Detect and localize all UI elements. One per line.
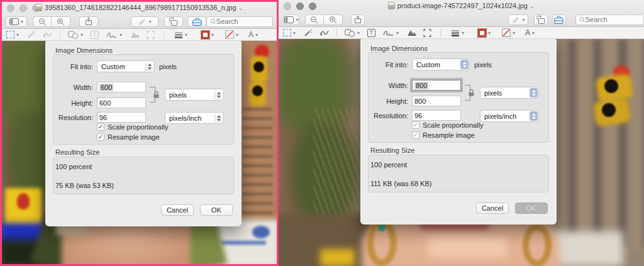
search-input[interactable] (216, 18, 269, 25)
cancel-button[interactable]: Cancel (476, 202, 509, 214)
toolbar-divider (336, 29, 337, 37)
markup-toolbar: ▾ ▾ T ▾ (2, 29, 277, 41)
fit-into-label: Fit into: (369, 61, 408, 69)
search-icon (210, 18, 216, 25)
markup-pen-button[interactable]: ▾ (508, 14, 528, 25)
text-style-button[interactable]: A ▾ (525, 28, 535, 38)
text-style-icon: A (248, 30, 253, 39)
search-field[interactable] (575, 14, 644, 25)
cancel-button[interactable]: Cancel (161, 204, 194, 216)
rotate-button[interactable] (534, 14, 548, 25)
lock-icon[interactable] (153, 91, 160, 99)
size-unit-select[interactable]: pixels (165, 89, 224, 101)
text-style-button[interactable]: A ▾ (248, 30, 258, 40)
selection-tool-button[interactable]: ▾ (283, 28, 296, 38)
sketch-icon (319, 29, 329, 36)
scale-proportionally-checkbox[interactable]: ✓ Scale proportionally (412, 121, 484, 129)
resulting-file-size: 75 KB (was 53 KB) (55, 182, 114, 189)
width-input[interactable]: 800 (412, 80, 461, 91)
stepper-icon (530, 111, 538, 121)
shapes-button[interactable]: ▾ (345, 28, 360, 38)
title-chevron-icon[interactable]: ⌄ (530, 3, 535, 9)
resolution-unit-select[interactable]: pixels/inch (480, 110, 539, 122)
adjust-size-dialog: Image Dimensions Fit into: Custom pixels… (45, 41, 242, 226)
stepper-icon (145, 62, 153, 71)
width-label: Width: (54, 84, 93, 91)
search-field[interactable] (206, 16, 273, 27)
height-input[interactable]: 800 (412, 96, 461, 106)
magic-wand-icon (304, 29, 313, 37)
resample-image-checkbox[interactable]: ✓ Resample image (412, 131, 475, 139)
share-button[interactable] (79, 16, 98, 27)
chevron-down-icon: ▾ (532, 30, 535, 36)
adjust-size-button[interactable] (147, 30, 155, 40)
chevron-down-icon: ▾ (255, 32, 258, 38)
photo-canvas-left: Image Dimensions Fit into: Custom pixels… (2, 41, 277, 264)
instant-alpha-button[interactable] (304, 28, 313, 38)
markup-pen-button[interactable]: ▾ (131, 16, 158, 27)
titlebar[interactable]: 39581360_1746182822146444_89679891711509… (2, 2, 277, 14)
markup-toolbar: ▾ ▾ T ▾ (279, 27, 644, 39)
shape-style-button[interactable]: ▾ (451, 28, 464, 38)
markup-toolbox-button[interactable] (552, 14, 566, 25)
size-unit-select[interactable]: pixels (480, 87, 539, 99)
zoom-in-button[interactable] (324, 14, 343, 25)
stepper-icon (214, 113, 223, 123)
photo-canvas-right: Image Dimensions Fit into: Custom pixels… (279, 39, 644, 266)
preview-window-right: product-image-745722497_1024x1024.jpg⌄ ▾ (279, 0, 644, 266)
window-title: product-image-745722497_1024x1024.jpg⌄ (279, 2, 644, 9)
search-input[interactable] (586, 16, 640, 23)
adjust-color-button[interactable] (130, 30, 140, 40)
chevron-down-icon: ▾ (357, 30, 360, 36)
resolution-input[interactable]: 96 (412, 110, 461, 121)
height-input[interactable]: 600 (97, 97, 146, 108)
checkbox-check-icon: ✓ (97, 123, 104, 131)
fill-color-button[interactable]: ▾ (225, 30, 238, 40)
sign-button[interactable]: ▾ (383, 28, 399, 38)
markup-toolbox-button[interactable] (187, 16, 206, 27)
fill-color-button[interactable]: ▾ (502, 28, 515, 38)
shapes-icon (68, 31, 79, 39)
sign-button[interactable]: ▾ (106, 30, 122, 40)
main-toolbar: ▾ ▾ (2, 14, 277, 29)
rotate-button[interactable] (164, 16, 183, 27)
shape-style-button[interactable]: ▾ (174, 30, 187, 40)
sidebar-toggle-button[interactable]: ▾ (284, 14, 299, 25)
checkbox-check-icon: ✓ (97, 133, 104, 141)
sketch-tool-button[interactable] (43, 30, 52, 40)
lock-icon[interactable] (468, 89, 475, 97)
titlebar[interactable]: product-image-745722497_1024x1024.jpg⌄ (279, 0, 644, 13)
fit-into-select[interactable]: Custom (412, 58, 470, 70)
sketch-tool-button[interactable] (319, 28, 329, 38)
ok-button[interactable]: OK (515, 202, 548, 214)
ok-button[interactable]: OK (200, 204, 233, 216)
border-color-button[interactable]: ▾ (478, 28, 491, 38)
chevron-down-icon: ▾ (462, 30, 464, 36)
resolution-input[interactable]: 96 (97, 112, 146, 123)
share-button[interactable] (351, 14, 365, 25)
chevron-down-icon: ▾ (21, 19, 23, 25)
border-color-button[interactable]: ▾ (201, 30, 214, 40)
fit-into-label: Fit into: (54, 63, 93, 70)
adjust-size-button[interactable] (423, 28, 431, 38)
sidebar-toggle-button[interactable]: ▾ (6, 16, 27, 27)
text-tool-button[interactable]: T (367, 28, 375, 38)
zoom-out-button[interactable] (33, 16, 52, 27)
instant-alpha-button[interactable] (27, 30, 36, 40)
fit-into-select[interactable]: Custom (97, 60, 155, 72)
width-input[interactable]: 600 (97, 82, 146, 92)
zoom-in-button[interactable] (52, 16, 70, 27)
resolution-unit-select[interactable]: pixels/inch (165, 112, 224, 124)
chevron-down-icon: ▾ (119, 32, 122, 38)
selection-tool-button[interactable]: ▾ (6, 30, 19, 40)
zoom-out-button[interactable] (305, 14, 324, 25)
adjust-size-icon (147, 31, 155, 39)
title-chevron-icon[interactable]: ⌄ (238, 4, 243, 11)
adjust-color-button[interactable] (407, 28, 417, 38)
resulting-size-label: Resulting Size (370, 147, 414, 154)
zoom-button-group (305, 14, 343, 25)
text-tool-button[interactable]: T (91, 30, 99, 40)
scale-proportionally-checkbox[interactable]: ✓ Scale proportionally (97, 123, 169, 131)
shapes-button[interactable]: ▾ (68, 30, 83, 40)
resample-image-checkbox[interactable]: ✓ Resample image (97, 133, 160, 141)
